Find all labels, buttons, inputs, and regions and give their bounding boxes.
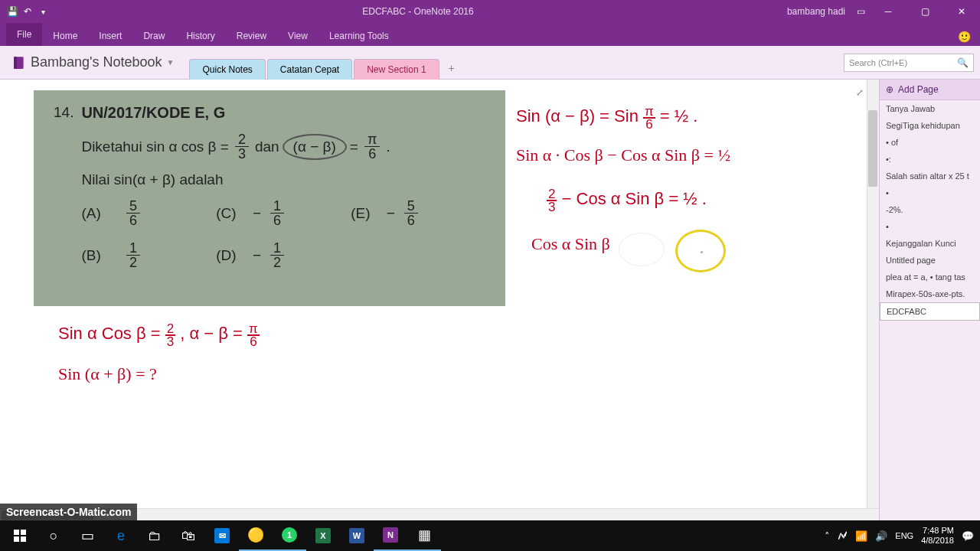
action-center-icon[interactable]: 💬 — [962, 530, 974, 542]
section-tabs: Quick Notes Catatan Cepat New Section 1 … — [189, 46, 462, 79]
qat-dropdown-icon[interactable]: ▾ — [37, 5, 49, 18]
choice-a: (A) 56 — [81, 199, 216, 227]
page-item[interactable]: Kejanggalan Kunci — [880, 235, 980, 252]
page-item[interactable]: Salah satin altar x 25 t — [880, 168, 980, 184]
file-explorer-icon[interactable]: 🗀 — [138, 520, 172, 551]
ribbon-tab-file[interactable]: File — [6, 23, 42, 46]
page-item[interactable]: EDCFABC — [880, 302, 980, 321]
task-view-icon[interactable]: ▭ — [70, 520, 104, 551]
start-button[interactable] — [3, 520, 37, 551]
cursor-highlight — [675, 230, 726, 272]
page-item[interactable]: Tanya Jawab — [880, 100, 980, 117]
add-section-button[interactable]: + — [441, 57, 462, 79]
window-title: EDCFABC - OneNote 2016 — [49, 6, 787, 17]
tray-chevron-up-icon[interactable]: ˄ — [825, 530, 830, 542]
taskbar: ○ ▭ e 🗀 🛍 ✉ 🟡 1 X W N ▦ ˄ 🗲 📶 🔊 ENG 7:48… — [0, 520, 980, 551]
page-list: Tanya Jawab SegiTiga kehidupan • of •: S… — [880, 100, 980, 520]
page-panel: ⊕ Add Page Tanya Jawab SegiTiga kehidupa… — [879, 80, 980, 520]
ribbon-tab-draw[interactable]: Draw — [132, 26, 175, 46]
title-bar: 💾 ↶ ▾ EDCFABC - OneNote 2016 bambang had… — [0, 0, 980, 23]
onenote-icon[interactable]: N — [374, 520, 407, 551]
svg-rect-3 — [21, 530, 26, 535]
ribbon-tab-learning-tools[interactable]: Learning Tools — [318, 26, 400, 46]
ink-line-4: Cos α Sin β — [531, 234, 610, 254]
svg-rect-5 — [21, 536, 26, 542]
notebook-toolbar: Bambang's Notebook ▼ Quick Notes Catatan… — [0, 46, 980, 80]
ribbon-tab-view[interactable]: View — [277, 26, 318, 46]
notebook-dropdown[interactable]: Bambang's Notebook ▼ — [6, 51, 180, 73]
page-item[interactable]: plea at = a, • tang tas — [880, 269, 980, 285]
svg-rect-4 — [14, 536, 19, 542]
chevron-down-icon: ▼ — [167, 58, 175, 67]
page-item[interactable]: Untitled page — [880, 252, 980, 269]
page-item[interactable]: • — [880, 184, 980, 201]
whatsapp-icon[interactable]: 1 — [273, 520, 306, 551]
mail-icon[interactable]: ✉ — [205, 520, 239, 551]
language-indicator[interactable]: ENG — [895, 531, 913, 540]
vertical-scrollbar[interactable] — [867, 80, 879, 520]
word-icon[interactable]: W — [340, 520, 374, 551]
volume-icon[interactable]: 🔊 — [875, 530, 887, 542]
problem-number: 14. — [54, 104, 74, 269]
wifi-icon[interactable]: 📶 — [855, 530, 867, 542]
recorder-watermark: Screencast-O-Matic.com — [0, 504, 137, 520]
ribbon-tab-history[interactable]: History — [175, 26, 225, 46]
battery-icon[interactable]: 🗲 — [838, 530, 848, 542]
ribbon-tab-review[interactable]: Review — [226, 26, 277, 46]
page-item[interactable]: • of — [880, 134, 980, 151]
choice-c: (C) −16 — [216, 199, 351, 227]
embedded-problem-image: 14. UN/2017/KODE E, G Diketahui sin α co… — [34, 90, 505, 306]
ink-line-2: Sin α · Cos β − Cos α Sin β = ½ — [516, 145, 730, 165]
section-tab-quick-notes[interactable]: Quick Notes — [189, 59, 265, 80]
ink-line-6: Sin (α + β) = ? — [58, 364, 157, 384]
chrome-icon[interactable]: 🟡 — [239, 520, 273, 551]
ribbon: File Home Insert Draw History Review Vie… — [0, 23, 980, 46]
page-item[interactable]: SegiTiga kehidupan — [880, 117, 980, 134]
recorder-icon[interactable]: ▦ — [407, 520, 441, 551]
page-item[interactable]: • — [880, 218, 980, 235]
page-item[interactable]: Mirapex-50s-axe-pts. — [880, 285, 980, 302]
page-canvas[interactable]: ⤢ 14. UN/2017/KODE E, G Diketahui sin α … — [0, 80, 879, 520]
svg-rect-1 — [14, 57, 16, 69]
search-input[interactable]: Search (Ctrl+E) 🔍 — [844, 54, 974, 72]
emoji-icon[interactable]: 🙂 — [958, 31, 971, 46]
cortana-search-icon[interactable]: ○ — [37, 520, 70, 551]
ink-line-5: Sin α Cos β = 23 , α − β = π6 — [58, 323, 260, 348]
problem-title: UN/2017/KODE E, G — [81, 104, 485, 122]
plus-icon: ⊕ — [886, 84, 893, 95]
edge-icon[interactable]: e — [104, 520, 138, 551]
svg-rect-2 — [14, 530, 19, 535]
section-tab-new-section-1[interactable]: New Section 1 — [354, 59, 439, 80]
fullscreen-icon[interactable]: ⤢ — [856, 87, 864, 98]
add-page-button[interactable]: ⊕ Add Page — [880, 80, 980, 100]
store-icon[interactable]: 🛍 — [172, 520, 205, 551]
choice-e: (E) −56 — [351, 199, 485, 227]
ribbon-tab-home[interactable]: Home — [42, 26, 88, 46]
save-icon[interactable]: 💾 — [6, 5, 18, 18]
clock[interactable]: 7:48 PM 4/8/2018 — [921, 526, 954, 546]
section-tab-catatan-cepat[interactable]: Catatan Cepat — [267, 59, 352, 80]
page-item[interactable]: •: — [880, 151, 980, 168]
eraser-outline — [619, 233, 665, 266]
account-icon[interactable]: ▭ — [854, 5, 867, 18]
notebook-name: Bambang's Notebook — [31, 54, 162, 70]
choice-d: (D) −12 — [216, 241, 351, 269]
close-button[interactable]: ✕ — [946, 0, 977, 23]
minimize-button[interactable]: ─ — [873, 0, 903, 23]
excel-icon[interactable]: X — [306, 520, 340, 551]
notebook-icon — [12, 56, 26, 70]
choice-b: (B) 12 — [81, 241, 216, 269]
search-icon: 🔍 — [957, 57, 969, 68]
ink-line-1: Sin (α − β) = Sin π6 = ½ . — [516, 106, 697, 131]
maximize-button[interactable]: ▢ — [910, 0, 940, 23]
undo-icon[interactable]: ↶ — [21, 5, 34, 18]
page-item[interactable]: -2%. — [880, 201, 980, 218]
system-tray: ˄ 🗲 📶 🔊 ENG 7:48 PM 4/8/2018 💬 — [825, 526, 977, 546]
user-name: bambang hadi — [787, 6, 845, 17]
ink-line-3: 23 − Cos α Sin β = ½ . — [547, 188, 707, 214]
ribbon-tab-insert[interactable]: Insert — [88, 26, 132, 46]
